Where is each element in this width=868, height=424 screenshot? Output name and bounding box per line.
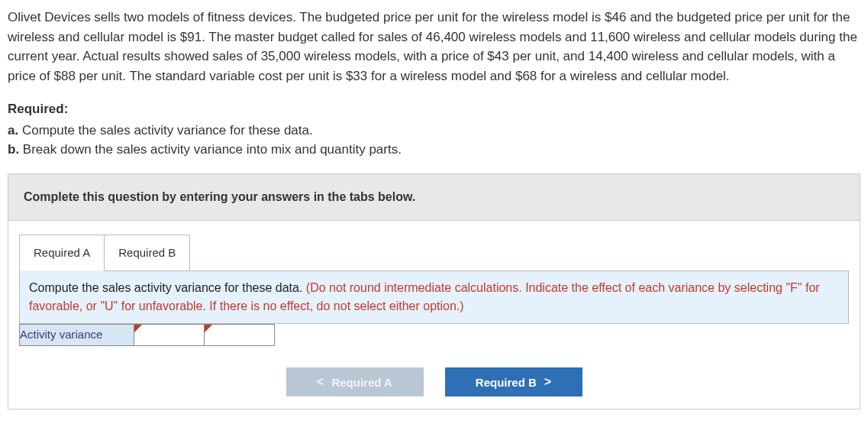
required-indicator-icon [134,325,142,332]
next-button-label: Required B [476,376,537,389]
prev-button-label: Required A [331,376,392,389]
required-letter-a: a. [8,123,18,138]
chevron-left-icon: < [317,375,324,389]
prev-button: < Required A [286,367,424,396]
activity-variance-fu-cell[interactable] [205,325,275,346]
activity-variance-fu-input[interactable] [205,325,274,345]
tab-content-black: Compute the sales activity variance for … [29,281,306,294]
activity-variance-value-cell[interactable] [134,325,205,346]
question-body: Olivet Devices sells two models of fitne… [8,8,860,86]
tab-required-a[interactable]: Required A [19,235,105,272]
required-item-b: b. Break down the sales activity varianc… [8,140,860,160]
nav-row: < Required A Required B > [8,357,860,409]
required-text-b: Break down the sales activity variance i… [23,142,402,157]
tab-content: Compute the sales activity variance for … [19,270,849,324]
required-letter-b: b. [8,142,19,157]
required-text-a: Compute the sales activity variance for … [22,123,313,138]
activity-variance-value-input[interactable] [134,325,204,345]
chevron-right-icon: > [544,375,551,389]
row-label-activity-variance: Activity variance [20,325,134,346]
tab-required-b[interactable]: Required B [105,235,190,272]
next-button[interactable]: Required B > [445,367,582,396]
required-item-a: a. Compute the sales activity variance f… [8,121,860,141]
required-indicator-icon [205,325,212,332]
table-row: Activity variance [20,325,275,346]
instruction-bar: Complete this question by entering your … [8,174,860,221]
activity-variance-table: Activity variance [19,324,275,346]
answer-container: Complete this question by entering your … [8,173,860,410]
required-list: a. Compute the sales activity variance f… [8,121,860,160]
tabs-row: Required A Required B [8,221,860,272]
required-heading: Required: [8,99,860,119]
